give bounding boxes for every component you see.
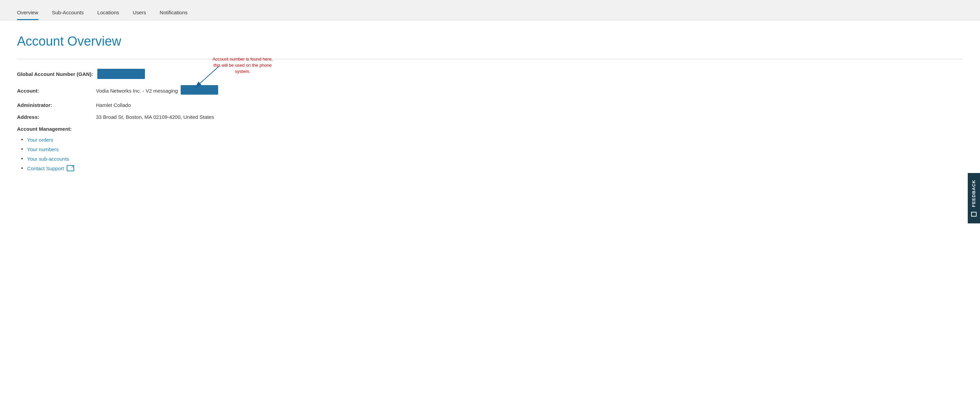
- account-management-label: Account Management:: [17, 126, 963, 132]
- address-row: Address: 33 Broad St, Boston, MA 02109-4…: [17, 114, 963, 120]
- gan-row: Global Account Number (GAN):: [17, 69, 963, 79]
- administrator-label: Administrator:: [17, 102, 92, 108]
- address-value: 33 Broad St, Boston, MA 02109-4200, Unit…: [96, 114, 214, 120]
- tab-locations[interactable]: Locations: [91, 5, 126, 20]
- tab-sub-accounts[interactable]: Sub-Accounts: [45, 5, 91, 20]
- nav-tabs: Overview Sub-Accounts Locations Users No…: [10, 5, 194, 20]
- feedback-icon: [971, 212, 977, 217]
- administrator-name: Hamlet Collado: [96, 102, 131, 108]
- tab-users[interactable]: Users: [126, 5, 153, 20]
- management-list: Your orders Your numbers Your sub-accoun…: [17, 137, 963, 171]
- list-item-your-sub-accounts: Your sub-accounts: [21, 156, 963, 162]
- nav-bar: Overview Sub-Accounts Locations Users No…: [0, 0, 980, 21]
- contact-support-link[interactable]: Contact Support: [27, 166, 64, 171]
- your-sub-accounts-link[interactable]: Your sub-accounts: [27, 156, 69, 162]
- page-title: Account Overview: [17, 34, 963, 49]
- your-numbers-link[interactable]: Your numbers: [27, 147, 59, 152]
- annotation-text: Account number is found here, this will …: [212, 56, 273, 75]
- annotation-container: Account number is found here, this will …: [178, 85, 218, 96]
- feedback-tab[interactable]: FEEDBACK: [968, 172, 980, 223]
- list-item-contact-support: Contact Support: [21, 165, 963, 171]
- feedback-label: FEEDBACK: [972, 179, 977, 207]
- account-number-block: [181, 85, 218, 95]
- gan-value-block: [97, 69, 145, 79]
- account-label: Account:: [17, 88, 92, 94]
- main-content: Account Overview Global Account Number (…: [0, 21, 980, 396]
- divider: [17, 59, 963, 59]
- tab-overview[interactable]: Overview: [10, 5, 45, 20]
- administrator-row: Administrator: Hamlet Collado: [17, 102, 963, 108]
- list-item-your-numbers: Your numbers: [21, 146, 963, 152]
- gan-label: Global Account Number (GAN):: [17, 71, 93, 77]
- account-name: Vodia Networks Inc. - V2 messaging: [96, 88, 178, 94]
- external-link-icon: [67, 165, 74, 171]
- list-item-your-orders: Your orders: [21, 137, 963, 143]
- account-row: Account: Vodia Networks Inc. - V2 messag…: [17, 85, 963, 96]
- address-label: Address:: [17, 114, 92, 120]
- tab-notifications[interactable]: Notifications: [153, 5, 194, 20]
- your-orders-link[interactable]: Your orders: [27, 137, 53, 143]
